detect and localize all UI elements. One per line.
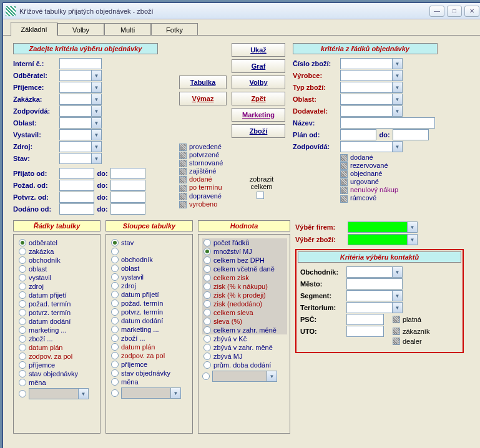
chk-vyrobeno[interactable] <box>179 201 187 208</box>
input-potvrz-do[interactable] <box>110 192 145 203</box>
radio-sloupce-2[interactable] <box>111 256 119 263</box>
combo-hodnota-extra[interactable]: ▼ <box>212 371 277 382</box>
combo-zodpovida2[interactable]: ▼ <box>340 141 403 152</box>
btn-marketing[interactable]: Marketing <box>232 108 285 122</box>
input-pozad-od[interactable] <box>59 180 94 191</box>
radio-hodnota-5[interactable] <box>203 283 211 290</box>
radio-sloupce-10[interactable] <box>111 326 119 333</box>
radio-sloupce-15[interactable] <box>111 369 119 377</box>
input-prijato-od[interactable] <box>59 168 94 179</box>
btn-tabulka[interactable]: Tabulka <box>179 75 227 89</box>
combo-odberatel[interactable]: ▼ <box>59 70 102 81</box>
chk-r-ramcove[interactable] <box>340 195 348 203</box>
chk-r-rezervovane[interactable] <box>340 162 348 170</box>
input-pozad-do[interactable] <box>110 180 145 191</box>
input-dodano-do[interactable] <box>110 203 145 215</box>
radio-radky-3[interactable] <box>19 265 26 273</box>
radio-radky-15[interactable] <box>19 370 26 377</box>
combo-k-obchodnik[interactable]: ▼ <box>346 266 403 278</box>
btn-zpet[interactable]: Zpět <box>232 92 285 105</box>
chk-k-dealer[interactable] <box>393 338 400 345</box>
input-potvrz-od[interactable] <box>59 192 94 203</box>
radio-radky-0[interactable] <box>19 239 26 246</box>
chk-stornovane[interactable] <box>179 160 187 167</box>
chk-r-nenulovy[interactable] <box>340 187 348 194</box>
radio-hodnota-11[interactable] <box>203 335 211 343</box>
input-prijato-do[interactable] <box>110 168 145 179</box>
radio-hodnota-0[interactable] <box>203 239 211 246</box>
btn-zbozi[interactable]: Zboží <box>232 124 285 138</box>
radio-sloupce-5[interactable] <box>111 282 119 290</box>
chk-r-objednane[interactable] <box>340 170 348 178</box>
input-plan-od[interactable] <box>340 129 376 140</box>
radio-radky-8[interactable] <box>19 309 26 316</box>
close-button[interactable]: ✕ <box>464 6 479 17</box>
chk-k-zakaznik[interactable] <box>393 328 400 335</box>
radio-radky-16[interactable] <box>19 379 26 386</box>
radio-hodnota-6[interactable] <box>203 291 211 299</box>
combo-k-teritorium[interactable]: ▼ <box>346 302 403 313</box>
radio-sloupce-12[interactable] <box>111 343 119 351</box>
radio-radky-5[interactable] <box>19 283 26 290</box>
radio-sloupce-6[interactable] <box>111 291 119 298</box>
input-nazev[interactable] <box>340 117 435 129</box>
input-k-psc[interactable] <box>346 314 384 325</box>
btn-volby[interactable]: Volby <box>232 75 285 89</box>
radio-radky-combo[interactable] <box>19 390 26 397</box>
radio-sloupce-1[interactable] <box>111 248 119 255</box>
radio-hodnota-1[interactable] <box>203 248 211 255</box>
chk-poterminu[interactable] <box>179 185 187 192</box>
btn-ukaz[interactable]: Ukaž <box>232 43 285 57</box>
radio-sloupce-9[interactable] <box>111 317 119 324</box>
btn-vymaz[interactable]: Výmaz <box>179 92 227 105</box>
combo-k-segment[interactable]: ▼ <box>346 290 403 301</box>
radio-sloupce-0[interactable] <box>111 239 119 246</box>
tab-multi[interactable]: Multi <box>104 23 151 36</box>
chk-zajistene[interactable] <box>179 168 187 175</box>
radio-sloupce-14[interactable] <box>111 361 119 368</box>
combo-zodpovida[interactable]: ▼ <box>59 105 102 117</box>
combo-vyber-firem[interactable]: ▼ <box>348 222 418 233</box>
radio-radky-10[interactable] <box>19 326 26 334</box>
radio-hodnota-3[interactable] <box>203 265 211 273</box>
input-plan-do[interactable] <box>393 129 429 140</box>
chk-r-urgovane[interactable] <box>340 178 348 186</box>
radio-radky-4[interactable] <box>19 274 26 281</box>
radio-hodnota-12[interactable] <box>203 344 211 351</box>
radio-radky-12[interactable] <box>19 344 26 351</box>
minimize-button[interactable]: — <box>429 6 444 17</box>
combo-stav[interactable]: ▼ <box>59 153 102 164</box>
chk-dodane[interactable] <box>179 176 187 183</box>
combo-prijemce[interactable]: ▼ <box>59 82 102 93</box>
radio-sloupce-4[interactable] <box>111 273 119 281</box>
radio-hodnota-2[interactable] <box>203 256 211 264</box>
chk-potvrzene[interactable] <box>179 152 187 159</box>
combo-zakazka[interactable]: ▼ <box>59 94 102 105</box>
chk-zobrazit-celkem[interactable] <box>257 192 264 199</box>
radio-radky-13[interactable] <box>19 353 26 360</box>
combo-sloupce-extra[interactable]: ▼ <box>121 387 181 399</box>
combo-radky-extra[interactable]: ▼ <box>29 388 89 399</box>
chk-k-platna[interactable] <box>393 316 400 323</box>
btn-graf[interactable]: Graf <box>232 59 285 73</box>
radio-radky-9[interactable] <box>19 318 26 325</box>
tab-fotky[interactable]: Fotky <box>151 23 198 36</box>
combo-vystavil[interactable]: ▼ <box>59 129 102 140</box>
chk-provedene[interactable] <box>179 144 187 151</box>
combo-vyrobce[interactable]: ▼ <box>340 70 403 81</box>
radio-radky-6[interactable] <box>19 291 26 299</box>
input-k-mesto[interactable] <box>346 278 403 290</box>
radio-sloupce-16[interactable] <box>111 378 119 386</box>
radio-radky-7[interactable] <box>19 300 26 308</box>
radio-hodnota-9[interactable] <box>203 318 211 325</box>
chk-dopravene[interactable] <box>179 193 187 200</box>
combo-vyber-zbozi[interactable]: ▼ <box>348 234 418 245</box>
radio-hodnota-10[interactable] <box>203 326 211 334</box>
combo-zdroj[interactable]: ▼ <box>59 141 102 152</box>
radio-radky-14[interactable] <box>19 361 26 369</box>
radio-hodnota-13[interactable] <box>203 353 211 360</box>
combo-cislo-zbozi[interactable]: ▼ <box>340 58 403 69</box>
radio-sloupce-3[interactable] <box>111 265 119 272</box>
tab-zakladni[interactable]: Základní <box>11 22 57 36</box>
radio-sloupce-8[interactable] <box>111 308 119 316</box>
